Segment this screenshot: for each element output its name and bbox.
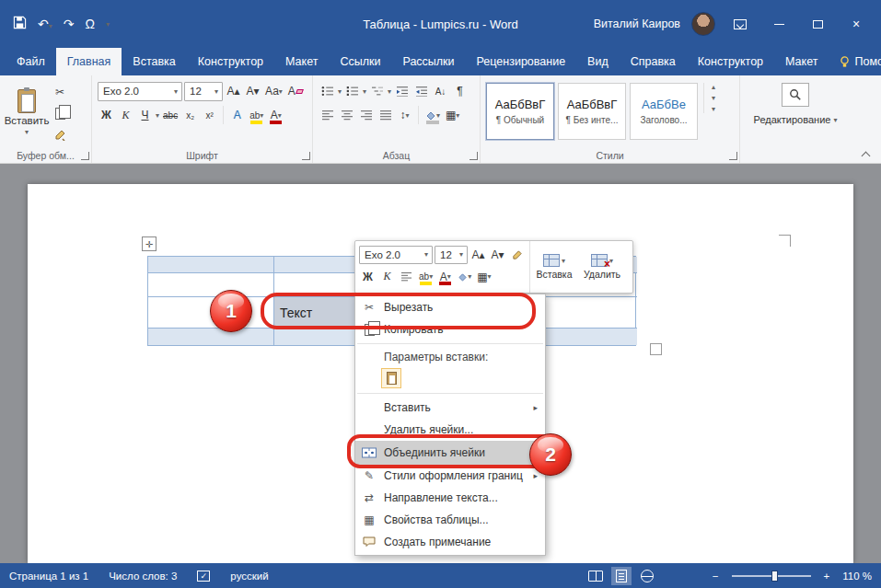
mini-font-color-button[interactable]: А▾: [436, 267, 454, 286]
tab-layout[interactable]: Макет: [274, 48, 329, 75]
table-cell[interactable]: [148, 257, 274, 273]
page-indicator[interactable]: Страница 1 из 1: [9, 571, 88, 582]
tab-design[interactable]: Конструктор: [187, 48, 274, 75]
mini-bold-button[interactable]: Ж: [359, 267, 377, 286]
show-paragraph-marks-button[interactable]: ¶: [451, 82, 469, 101]
styles-scroll-up-button[interactable]: ▴: [707, 83, 720, 91]
maximize-button[interactable]: [804, 12, 831, 36]
zoom-level[interactable]: 110 %: [842, 571, 872, 582]
tab-insert[interactable]: Вставка: [122, 48, 186, 75]
tab-help[interactable]: Справка: [620, 48, 687, 75]
menu-item-table-properties[interactable]: ▦ Свойства таблицы...: [355, 509, 545, 531]
paragraph-dialog-launcher[interactable]: [469, 152, 478, 160]
save-icon[interactable]: [13, 16, 27, 32]
format-painter-button[interactable]: [50, 125, 70, 144]
table-cell[interactable]: [148, 273, 274, 297]
mini-delete-table-button[interactable]: ×▾ Удалить: [578, 241, 626, 293]
subscript-button[interactable]: x₂: [181, 106, 199, 125]
underline-dropdown-icon[interactable]: ▾: [156, 111, 159, 120]
chevron-down-icon[interactable]: ▾: [423, 250, 430, 259]
editing-menu-button[interactable]: Редактирование ▾: [754, 114, 838, 125]
mini-grow-font-button[interactable]: А▴: [469, 245, 487, 264]
find-button[interactable]: [782, 83, 809, 107]
tab-tell-me[interactable]: Помощь: [829, 55, 881, 68]
multilevel-list-button[interactable]: [368, 82, 386, 101]
strikethrough-button[interactable]: abc: [161, 106, 180, 125]
language-indicator[interactable]: русский: [230, 571, 268, 582]
ribbon-display-options-button[interactable]: [726, 12, 754, 36]
mini-align-button[interactable]: [398, 267, 415, 286]
clipboard-dialog-launcher[interactable]: [81, 152, 89, 160]
menu-item-text-direction[interactable]: ⇄ Направление текста...: [355, 487, 545, 509]
mini-font-size-combo[interactable]: 12 ▾: [435, 246, 468, 264]
undo-dropdown-icon[interactable]: ▾: [49, 22, 52, 30]
superscript-button[interactable]: x²: [201, 106, 218, 125]
highlight-color-button[interactable]: ab▾: [248, 106, 265, 125]
mini-format-painter-button[interactable]: [508, 245, 526, 264]
tab-mailings[interactable]: Рассылки: [391, 48, 465, 75]
zoom-slider[interactable]: [732, 575, 811, 577]
italic-button[interactable]: К: [117, 106, 134, 125]
minimize-button[interactable]: [765, 12, 793, 36]
justify-button[interactable]: [377, 106, 394, 125]
table-resize-handle[interactable]: [650, 343, 662, 355]
borders-button[interactable]: ▦▾: [444, 106, 461, 125]
decrease-indent-button[interactable]: [393, 82, 411, 101]
web-layout-button[interactable]: [637, 567, 657, 585]
paste-button[interactable]: Вставить ▾: [6, 79, 48, 145]
line-spacing-button[interactable]: ↕▾: [396, 106, 413, 125]
clear-formatting-button[interactable]: А: [286, 82, 305, 101]
print-layout-button[interactable]: [611, 567, 632, 585]
close-button[interactable]: ×: [842, 12, 870, 36]
style-card-normal[interactable]: АаБбВвГ ¶ Обычный: [486, 83, 554, 140]
word-count[interactable]: Число слов: 3: [109, 571, 177, 582]
styles-dialog-launcher[interactable]: [729, 152, 737, 160]
user-name[interactable]: Виталий Каиров: [594, 17, 680, 30]
cut-button[interactable]: ✂: [50, 83, 70, 101]
font-color-button[interactable]: А▾: [267, 106, 284, 125]
change-case-button[interactable]: Аа▾: [263, 82, 284, 101]
omega-symbol-button[interactable]: Ω: [85, 17, 94, 31]
mini-insert-table-button[interactable]: ▾ Вставка: [530, 241, 578, 293]
tab-references[interactable]: Ссылки: [329, 48, 391, 75]
mini-highlight-button[interactable]: ab▾: [417, 267, 435, 286]
chevron-down-icon[interactable]: ▾: [458, 250, 465, 259]
redo-button[interactable]: ↷: [64, 17, 75, 31]
tab-review[interactable]: Рецензирование: [466, 48, 577, 75]
align-right-button[interactable]: [357, 106, 375, 125]
bold-button[interactable]: Ж: [98, 106, 115, 125]
table-move-handle[interactable]: ✛: [142, 236, 156, 251]
style-card-heading[interactable]: АаБбВе Заголово...: [630, 83, 698, 140]
tab-view[interactable]: Вид: [576, 48, 620, 75]
style-card-no-spacing[interactable]: АаБбВвГ ¶ Без инте...: [558, 83, 626, 140]
sort-button[interactable]: А↓: [432, 82, 449, 101]
chevron-down-icon[interactable]: ▾: [172, 87, 180, 96]
shading-button[interactable]: ▾: [423, 106, 442, 125]
mini-font-name-combo[interactable]: Exo 2.0 ▾: [359, 246, 433, 264]
menu-item-new-comment[interactable]: Создать примечание: [355, 531, 545, 553]
tab-file[interactable]: Файл: [6, 48, 56, 75]
paste-dropdown-icon[interactable]: ▾: [25, 128, 29, 136]
mini-italic-button[interactable]: К: [378, 267, 396, 286]
table-cell[interactable]: [148, 329, 274, 345]
spellcheck-icon[interactable]: ✓: [197, 571, 210, 582]
tab-home[interactable]: Главная: [56, 48, 122, 75]
collapse-ribbon-button[interactable]: [861, 149, 870, 158]
grow-font-button[interactable]: А▴: [225, 82, 242, 101]
font-name-combo[interactable]: Exo 2.0 ▾: [98, 82, 182, 101]
styles-scroll-down-button[interactable]: ▾: [707, 94, 720, 102]
mini-shading-button[interactable]: ▾: [456, 267, 473, 286]
underline-button[interactable]: Ч: [136, 106, 154, 125]
chevron-down-icon[interactable]: ▾: [213, 87, 220, 96]
paste-keep-formatting-button[interactable]: [381, 368, 401, 388]
tab-table-design[interactable]: Конструктор: [687, 48, 774, 75]
font-dialog-launcher[interactable]: [302, 152, 310, 160]
undo-button[interactable]: ↶▾: [38, 17, 52, 31]
zoom-in-button[interactable]: +: [824, 571, 830, 582]
styles-gallery-more-button[interactable]: ▾: [707, 105, 720, 113]
mini-borders-button[interactable]: ▦▾: [475, 267, 493, 286]
zoom-slider-thumb[interactable]: [771, 571, 778, 582]
read-mode-button[interactable]: [585, 567, 606, 585]
text-effects-button[interactable]: А: [228, 106, 246, 125]
user-avatar[interactable]: [691, 12, 715, 36]
